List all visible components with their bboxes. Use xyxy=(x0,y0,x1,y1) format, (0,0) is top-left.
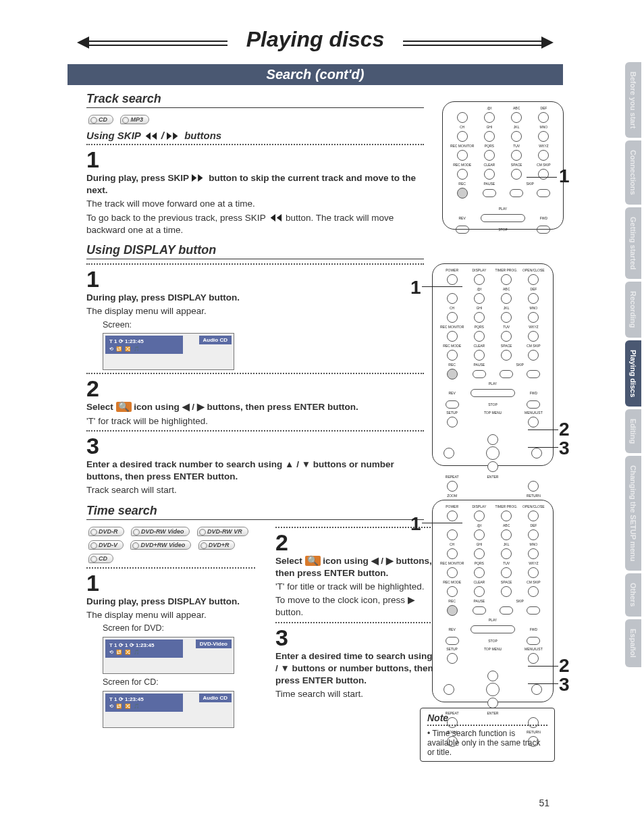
time-step2-text2: To move to the clock icon, press ▶ butto… xyxy=(275,594,444,619)
tab-playing[interactable]: Playing discs xyxy=(625,340,641,407)
time-step-3: 3 xyxy=(275,626,444,649)
display-step3-bold: Enter a desired track number to search u… xyxy=(86,459,424,483)
tab-before[interactable]: Before you start xyxy=(625,62,641,138)
time-step-1: 1 xyxy=(86,571,255,594)
display-step2-text: 'T' for track will be highlighted. xyxy=(86,415,424,427)
tab-connections[interactable]: Connections xyxy=(625,140,641,205)
skip-prev-icon xyxy=(143,132,158,140)
time-step1-text: The display menu will appear. xyxy=(86,609,255,621)
track-search-heading: Track search xyxy=(86,92,424,108)
step1-text: The track will move forward one at a tim… xyxy=(86,198,424,210)
time-step2-text1: 'T' for title or track will be highlight… xyxy=(275,581,444,593)
tab-recording[interactable]: Recording xyxy=(625,282,641,337)
osd-preview: T 1 ⟳ 1:23:45⟲ 🔁 🔀 🎵 Audio CD xyxy=(103,333,234,370)
note-box: Note • Time search function is available… xyxy=(420,708,555,762)
remote-diagram-1: .@/:ABCDEF CHGHIJKLMNO REC MONITORPQRSTU… xyxy=(442,101,564,230)
screen-label: Screen: xyxy=(103,319,440,331)
time-step2-bold: Select 🔍 icon using ◀ / ▶ buttons, then … xyxy=(275,555,444,579)
page-title: Playing discs xyxy=(227,27,403,52)
skip-next-icon xyxy=(167,132,182,140)
page-number: 51 xyxy=(539,798,549,808)
using-display-heading: Using DISPLAY button xyxy=(86,243,424,259)
osd-dvd: T 1 ⟳ 1 ⟳ 1:23:45⟲ 🔁 🔀 🎵 DVD-Video xyxy=(103,637,234,674)
title-banner: Playing discs xyxy=(68,41,563,71)
display-step1-bold: During play, press DISPLAY button. xyxy=(86,292,424,304)
display-step3-text: Track search will start. xyxy=(86,484,424,496)
skip-next-icon xyxy=(192,174,207,182)
time-step3-text: Time search will start. xyxy=(275,688,444,700)
badge-mp3: MP3 xyxy=(120,115,149,124)
side-tabs: Before you start Connections Getting sta… xyxy=(625,62,644,670)
callout-r2-3: 3 xyxy=(559,438,570,459)
time-search-heading: Time search xyxy=(86,504,424,520)
callout-r2-1: 1 xyxy=(410,277,421,298)
screen-cd-label: Screen for CD: xyxy=(103,677,255,688)
display-step2-bold: Select 🔍 icon using ◀ / ▶ buttons, then … xyxy=(86,401,424,413)
step1-bold: During play, press SKIP button to skip t… xyxy=(86,172,424,197)
time-disc-badges: DVD-R DVD-RW Video DVD-RW VR DVD-V DVD+R… xyxy=(86,524,255,565)
tab-espanol[interactable]: Español xyxy=(625,619,641,667)
tab-setup[interactable]: Changing the SETUP menu xyxy=(625,456,641,571)
remote-diagram-3: POWERDISPLAYTIMER PROG.OPEN/CLOSE .@/:AB… xyxy=(432,500,554,702)
search-icon: 🔍 xyxy=(116,402,132,412)
tab-editing[interactable]: Editing xyxy=(625,409,641,453)
remote-diagram-2: POWERDISPLAYTIMER PROG.OPEN/CLOSE .@/:AB… xyxy=(432,263,554,466)
time-step1-bold: During play, press DISPLAY button. xyxy=(86,596,255,608)
callout-1: 1 xyxy=(559,165,570,187)
skip-prev-icon xyxy=(268,214,283,221)
callout-r3-1: 1 xyxy=(410,513,421,535)
tab-getting[interactable]: Getting started xyxy=(625,207,641,279)
screen-dvd-label: Screen for DVD: xyxy=(103,623,255,634)
osd-cd: T 1 ⟳ 1:23:45⟲ 🔁 🔀 🎵 Audio CD xyxy=(103,691,234,728)
search-icon: 🔍 xyxy=(305,556,321,566)
badge-cd: CD xyxy=(88,115,113,124)
time-step3-bold: Enter a desired time to search using ▲ /… xyxy=(275,650,444,687)
callout-r3-3: 3 xyxy=(559,674,570,696)
step1-text2: To go back to the previous track, press … xyxy=(86,212,424,236)
tab-others[interactable]: Others xyxy=(625,573,641,616)
display-step1-text: The display menu will appear. xyxy=(86,305,424,317)
